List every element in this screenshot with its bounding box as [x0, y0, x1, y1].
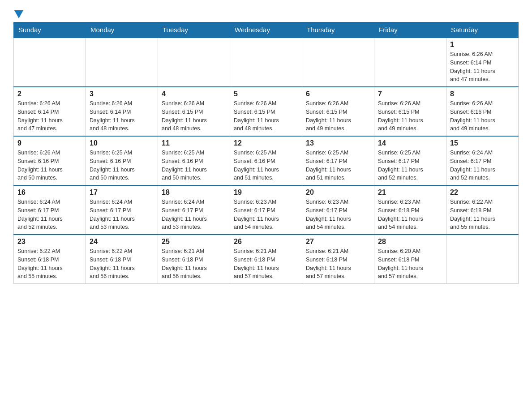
day-info: Sunrise: 6:24 AMSunset: 6:17 PMDaylight:…	[162, 198, 226, 231]
day-header-saturday: Saturday	[446, 22, 519, 38]
day-number: 13	[306, 139, 370, 147]
day-header-thursday: Thursday	[302, 22, 374, 38]
day-info: Sunrise: 6:25 AMSunset: 6:17 PMDaylight:…	[306, 149, 370, 182]
calendar-cell: 5Sunrise: 6:26 AMSunset: 6:15 PMDaylight…	[230, 87, 302, 136]
day-number: 16	[17, 188, 82, 197]
day-header-friday: Friday	[374, 22, 446, 38]
week-row-1: 1Sunrise: 6:26 AMSunset: 6:14 PMDaylight…	[14, 38, 519, 87]
page-header	[13, 9, 519, 17]
day-info: Sunrise: 6:21 AMSunset: 6:18 PMDaylight:…	[306, 247, 370, 281]
week-row-3: 9Sunrise: 6:26 AMSunset: 6:16 PMDaylight…	[14, 136, 519, 185]
day-number: 23	[17, 238, 82, 246]
day-info: Sunrise: 6:25 AMSunset: 6:16 PMDaylight:…	[90, 149, 154, 182]
calendar-cell: 27Sunrise: 6:21 AMSunset: 6:18 PMDayligh…	[302, 235, 374, 284]
calendar-cell: 13Sunrise: 6:25 AMSunset: 6:17 PMDayligh…	[302, 136, 374, 185]
week-row-4: 16Sunrise: 6:24 AMSunset: 6:17 PMDayligh…	[14, 185, 519, 235]
calendar-table: SundayMondayTuesdayWednesdayThursdayFrid…	[13, 22, 519, 284]
day-header-tuesday: Tuesday	[158, 22, 230, 38]
logo	[13, 11, 23, 17]
calendar-cell: 8Sunrise: 6:26 AMSunset: 6:16 PMDaylight…	[446, 87, 519, 136]
week-row-2: 2Sunrise: 6:26 AMSunset: 6:14 PMDaylight…	[14, 87, 519, 136]
calendar-cell: 14Sunrise: 6:25 AMSunset: 6:17 PMDayligh…	[374, 136, 446, 185]
calendar-cell	[302, 38, 374, 87]
day-info: Sunrise: 6:25 AMSunset: 6:16 PMDaylight:…	[234, 149, 298, 182]
day-info: Sunrise: 6:26 AMSunset: 6:15 PMDaylight:…	[378, 99, 442, 133]
calendar-cell: 17Sunrise: 6:24 AMSunset: 6:17 PMDayligh…	[86, 185, 158, 235]
day-number: 15	[450, 139, 515, 147]
calendar-cell: 25Sunrise: 6:21 AMSunset: 6:18 PMDayligh…	[158, 235, 230, 284]
calendar-cell: 4Sunrise: 6:26 AMSunset: 6:15 PMDaylight…	[158, 87, 230, 136]
day-number: 10	[90, 139, 154, 147]
calendar-cell: 16Sunrise: 6:24 AMSunset: 6:17 PMDayligh…	[14, 185, 86, 235]
day-number: 22	[450, 188, 515, 197]
calendar-cell: 7Sunrise: 6:26 AMSunset: 6:15 PMDaylight…	[374, 87, 446, 136]
calendar-cell: 6Sunrise: 6:26 AMSunset: 6:15 PMDaylight…	[302, 87, 374, 136]
day-info: Sunrise: 6:26 AMSunset: 6:16 PMDaylight:…	[17, 149, 82, 182]
day-number: 1	[450, 41, 515, 49]
day-number: 20	[306, 188, 370, 197]
day-number: 18	[162, 188, 226, 197]
logo-triangle-icon	[14, 10, 23, 19]
calendar-header-row: SundayMondayTuesdayWednesdayThursdayFrid…	[14, 22, 519, 38]
day-info: Sunrise: 6:20 AMSunset: 6:18 PMDaylight:…	[378, 247, 442, 281]
calendar-cell	[446, 235, 519, 284]
day-number: 7	[378, 90, 442, 98]
day-info: Sunrise: 6:23 AMSunset: 6:17 PMDaylight:…	[306, 198, 370, 231]
calendar-cell: 18Sunrise: 6:24 AMSunset: 6:17 PMDayligh…	[158, 185, 230, 235]
calendar-cell: 3Sunrise: 6:26 AMSunset: 6:14 PMDaylight…	[86, 87, 158, 136]
calendar-cell: 11Sunrise: 6:25 AMSunset: 6:16 PMDayligh…	[158, 136, 230, 185]
day-number: 17	[90, 188, 154, 197]
day-header-sunday: Sunday	[14, 22, 86, 38]
calendar-cell: 2Sunrise: 6:26 AMSunset: 6:14 PMDaylight…	[14, 87, 86, 136]
calendar-cell: 9Sunrise: 6:26 AMSunset: 6:16 PMDaylight…	[14, 136, 86, 185]
calendar-cell: 20Sunrise: 6:23 AMSunset: 6:17 PMDayligh…	[302, 185, 374, 235]
day-header-monday: Monday	[86, 22, 158, 38]
day-info: Sunrise: 6:26 AMSunset: 6:14 PMDaylight:…	[17, 99, 82, 133]
calendar-cell	[14, 38, 86, 87]
calendar-cell	[230, 38, 302, 87]
day-info: Sunrise: 6:21 AMSunset: 6:18 PMDaylight:…	[162, 247, 226, 281]
day-info: Sunrise: 6:26 AMSunset: 6:14 PMDaylight:…	[450, 50, 515, 84]
calendar-cell	[374, 38, 446, 87]
day-number: 25	[162, 238, 226, 246]
day-info: Sunrise: 6:26 AMSunset: 6:15 PMDaylight:…	[162, 99, 226, 133]
calendar-cell: 23Sunrise: 6:22 AMSunset: 6:18 PMDayligh…	[14, 235, 86, 284]
day-number: 26	[234, 238, 298, 246]
day-number: 28	[378, 238, 442, 246]
day-info: Sunrise: 6:23 AMSunset: 6:18 PMDaylight:…	[378, 198, 442, 231]
day-info: Sunrise: 6:26 AMSunset: 6:16 PMDaylight:…	[450, 99, 515, 133]
calendar-cell: 10Sunrise: 6:25 AMSunset: 6:16 PMDayligh…	[86, 136, 158, 185]
day-info: Sunrise: 6:22 AMSunset: 6:18 PMDaylight:…	[90, 247, 154, 281]
day-info: Sunrise: 6:26 AMSunset: 6:15 PMDaylight:…	[234, 99, 298, 133]
calendar-cell	[158, 38, 230, 87]
day-number: 2	[17, 90, 82, 98]
day-info: Sunrise: 6:24 AMSunset: 6:17 PMDaylight:…	[17, 198, 82, 231]
calendar-cell: 28Sunrise: 6:20 AMSunset: 6:18 PMDayligh…	[374, 235, 446, 284]
day-number: 11	[162, 139, 226, 147]
day-info: Sunrise: 6:26 AMSunset: 6:14 PMDaylight:…	[90, 99, 154, 133]
calendar-cell: 15Sunrise: 6:24 AMSunset: 6:17 PMDayligh…	[446, 136, 519, 185]
calendar-cell: 22Sunrise: 6:22 AMSunset: 6:18 PMDayligh…	[446, 185, 519, 235]
day-info: Sunrise: 6:25 AMSunset: 6:17 PMDaylight:…	[378, 149, 442, 182]
day-info: Sunrise: 6:23 AMSunset: 6:17 PMDaylight:…	[234, 198, 298, 231]
calendar-cell: 12Sunrise: 6:25 AMSunset: 6:16 PMDayligh…	[230, 136, 302, 185]
day-number: 9	[17, 139, 82, 147]
day-number: 12	[234, 139, 298, 147]
day-number: 19	[234, 188, 298, 197]
day-info: Sunrise: 6:22 AMSunset: 6:18 PMDaylight:…	[17, 247, 82, 281]
day-number: 24	[90, 238, 154, 246]
day-number: 5	[234, 90, 298, 98]
day-info: Sunrise: 6:24 AMSunset: 6:17 PMDaylight:…	[90, 198, 154, 231]
calendar-cell	[86, 38, 158, 87]
week-row-5: 23Sunrise: 6:22 AMSunset: 6:18 PMDayligh…	[14, 235, 519, 284]
day-number: 3	[90, 90, 154, 98]
day-info: Sunrise: 6:22 AMSunset: 6:18 PMDaylight:…	[450, 198, 515, 231]
svg-marker-0	[14, 10, 23, 18]
calendar-cell: 1Sunrise: 6:26 AMSunset: 6:14 PMDaylight…	[446, 38, 519, 87]
calendar-cell: 21Sunrise: 6:23 AMSunset: 6:18 PMDayligh…	[374, 185, 446, 235]
day-number: 27	[306, 238, 370, 246]
day-info: Sunrise: 6:24 AMSunset: 6:17 PMDaylight:…	[450, 149, 515, 182]
day-number: 6	[306, 90, 370, 98]
day-header-wednesday: Wednesday	[230, 22, 302, 38]
calendar-cell: 26Sunrise: 6:21 AMSunset: 6:18 PMDayligh…	[230, 235, 302, 284]
